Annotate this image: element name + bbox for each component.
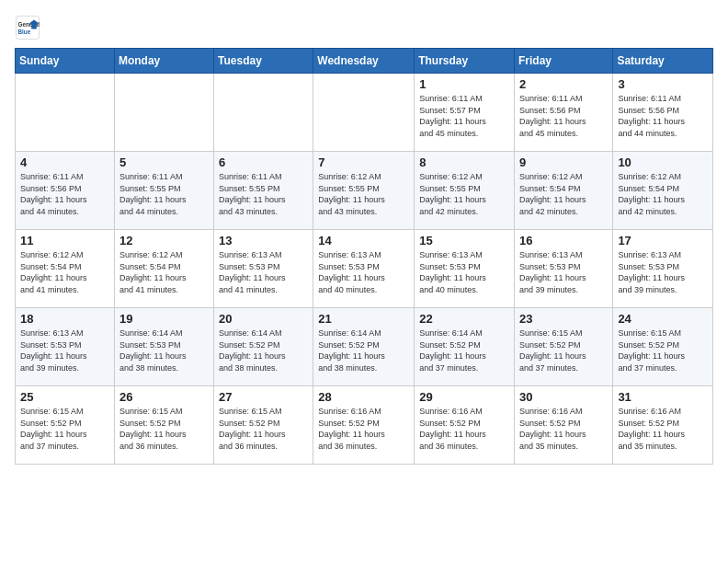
day-cell: 6Sunrise: 6:11 AM Sunset: 5:55 PM Daylig… (214, 152, 313, 230)
day-info: Sunrise: 6:14 AM Sunset: 5:52 PM Dayligh… (318, 327, 409, 373)
day-info: Sunrise: 6:13 AM Sunset: 5:53 PM Dayligh… (20, 327, 109, 373)
day-info: Sunrise: 6:15 AM Sunset: 5:52 PM Dayligh… (618, 327, 708, 373)
day-number: 8 (419, 155, 509, 169)
svg-text:Blue: Blue (18, 29, 31, 35)
day-number: 30 (519, 390, 608, 404)
day-info: Sunrise: 6:12 AM Sunset: 5:55 PM Dayligh… (318, 171, 409, 217)
day-cell: 21Sunrise: 6:14 AM Sunset: 5:52 PM Dayli… (313, 308, 415, 386)
day-cell: 11Sunrise: 6:12 AM Sunset: 5:54 PM Dayli… (16, 230, 115, 308)
day-number: 29 (419, 390, 509, 404)
day-cell: 27Sunrise: 6:15 AM Sunset: 5:52 PM Dayli… (214, 386, 313, 465)
day-info: Sunrise: 6:11 AM Sunset: 5:56 PM Dayligh… (618, 93, 708, 139)
day-info: Sunrise: 6:11 AM Sunset: 5:57 PM Dayligh… (419, 93, 509, 139)
day-cell (114, 74, 213, 152)
day-info: Sunrise: 6:15 AM Sunset: 5:52 PM Dayligh… (219, 406, 308, 452)
day-cell: 10Sunrise: 6:12 AM Sunset: 5:54 PM Dayli… (613, 152, 713, 230)
day-info: Sunrise: 6:12 AM Sunset: 5:54 PM Dayligh… (519, 171, 608, 217)
day-number: 20 (219, 312, 308, 326)
weekday-header-wednesday: Wednesday (313, 49, 415, 74)
day-number: 22 (419, 312, 509, 326)
day-info: Sunrise: 6:15 AM Sunset: 5:52 PM Dayligh… (20, 406, 109, 452)
day-number: 19 (119, 312, 209, 326)
weekday-header-row: SundayMondayTuesdayWednesdayThursdayFrid… (16, 49, 713, 74)
day-number: 12 (119, 234, 209, 247)
day-number: 4 (20, 155, 109, 169)
day-number: 7 (318, 155, 409, 169)
day-info: Sunrise: 6:11 AM Sunset: 5:56 PM Dayligh… (519, 93, 608, 139)
weekday-header-thursday: Thursday (415, 49, 515, 74)
calendar: SundayMondayTuesdayWednesdayThursdayFrid… (15, 48, 713, 465)
day-cell: 23Sunrise: 6:15 AM Sunset: 5:52 PM Dayli… (514, 308, 612, 386)
week-row-4: 18Sunrise: 6:13 AM Sunset: 5:53 PM Dayli… (16, 308, 713, 386)
day-number: 28 (318, 390, 409, 404)
day-number: 23 (519, 312, 608, 326)
day-info: Sunrise: 6:14 AM Sunset: 5:52 PM Dayligh… (419, 327, 509, 373)
day-cell: 13Sunrise: 6:13 AM Sunset: 5:53 PM Dayli… (214, 230, 313, 308)
day-cell: 31Sunrise: 6:16 AM Sunset: 5:52 PM Dayli… (613, 386, 713, 465)
weekday-header-sunday: Sunday (16, 49, 115, 74)
day-number: 14 (318, 234, 409, 247)
day-info: Sunrise: 6:15 AM Sunset: 5:52 PM Dayligh… (519, 327, 608, 373)
day-info: Sunrise: 6:13 AM Sunset: 5:53 PM Dayligh… (318, 249, 409, 295)
day-cell: 16Sunrise: 6:13 AM Sunset: 5:53 PM Dayli… (514, 230, 612, 308)
weekday-header-saturday: Saturday (613, 49, 713, 74)
day-number: 13 (219, 234, 308, 247)
day-cell: 28Sunrise: 6:16 AM Sunset: 5:52 PM Dayli… (313, 386, 415, 465)
day-number: 18 (20, 312, 109, 326)
day-number: 15 (419, 234, 509, 247)
week-row-5: 25Sunrise: 6:15 AM Sunset: 5:52 PM Dayli… (16, 386, 713, 465)
day-cell: 3Sunrise: 6:11 AM Sunset: 5:56 PM Daylig… (613, 74, 713, 152)
logo: General Blue (15, 15, 40, 40)
day-number: 3 (618, 77, 708, 91)
logo-icon: General Blue (15, 15, 40, 40)
weekday-header-tuesday: Tuesday (214, 49, 313, 74)
day-info: Sunrise: 6:11 AM Sunset: 5:56 PM Dayligh… (20, 171, 109, 217)
day-cell: 18Sunrise: 6:13 AM Sunset: 5:53 PM Dayli… (16, 308, 115, 386)
day-number: 10 (618, 155, 708, 169)
day-cell (16, 74, 115, 152)
day-number: 6 (219, 155, 308, 169)
week-row-3: 11Sunrise: 6:12 AM Sunset: 5:54 PM Dayli… (16, 230, 713, 308)
day-info: Sunrise: 6:14 AM Sunset: 5:53 PM Dayligh… (119, 327, 209, 373)
day-number: 27 (219, 390, 308, 404)
day-number: 11 (20, 234, 109, 247)
day-number: 25 (20, 390, 109, 404)
day-cell: 19Sunrise: 6:14 AM Sunset: 5:53 PM Dayli… (114, 308, 213, 386)
day-cell: 4Sunrise: 6:11 AM Sunset: 5:56 PM Daylig… (16, 152, 115, 230)
day-info: Sunrise: 6:13 AM Sunset: 5:53 PM Dayligh… (219, 249, 308, 295)
day-cell: 24Sunrise: 6:15 AM Sunset: 5:52 PM Dayli… (613, 308, 713, 386)
day-cell: 30Sunrise: 6:16 AM Sunset: 5:52 PM Dayli… (514, 386, 612, 465)
day-info: Sunrise: 6:11 AM Sunset: 5:55 PM Dayligh… (219, 171, 308, 217)
day-info: Sunrise: 6:15 AM Sunset: 5:52 PM Dayligh… (119, 406, 209, 452)
day-info: Sunrise: 6:12 AM Sunset: 5:55 PM Dayligh… (419, 171, 509, 217)
day-number: 5 (119, 155, 209, 169)
day-cell: 20Sunrise: 6:14 AM Sunset: 5:52 PM Dayli… (214, 308, 313, 386)
day-cell: 12Sunrise: 6:12 AM Sunset: 5:54 PM Dayli… (114, 230, 213, 308)
weekday-header-friday: Friday (514, 49, 612, 74)
day-cell: 7Sunrise: 6:12 AM Sunset: 5:55 PM Daylig… (313, 152, 415, 230)
day-number: 16 (519, 234, 608, 247)
day-cell: 22Sunrise: 6:14 AM Sunset: 5:52 PM Dayli… (415, 308, 515, 386)
day-info: Sunrise: 6:12 AM Sunset: 5:54 PM Dayligh… (618, 171, 708, 217)
day-number: 21 (318, 312, 409, 326)
day-cell: 14Sunrise: 6:13 AM Sunset: 5:53 PM Dayli… (313, 230, 415, 308)
day-cell: 9Sunrise: 6:12 AM Sunset: 5:54 PM Daylig… (514, 152, 612, 230)
day-number: 24 (618, 312, 708, 326)
day-cell: 5Sunrise: 6:11 AM Sunset: 5:55 PM Daylig… (114, 152, 213, 230)
day-info: Sunrise: 6:16 AM Sunset: 5:52 PM Dayligh… (519, 406, 608, 452)
day-info: Sunrise: 6:16 AM Sunset: 5:52 PM Dayligh… (618, 406, 708, 452)
week-row-2: 4Sunrise: 6:11 AM Sunset: 5:56 PM Daylig… (16, 152, 713, 230)
day-info: Sunrise: 6:13 AM Sunset: 5:53 PM Dayligh… (519, 249, 608, 295)
day-info: Sunrise: 6:12 AM Sunset: 5:54 PM Dayligh… (119, 249, 209, 295)
day-cell: 26Sunrise: 6:15 AM Sunset: 5:52 PM Dayli… (114, 386, 213, 465)
day-cell (313, 74, 415, 152)
day-number: 26 (119, 390, 209, 404)
day-cell: 29Sunrise: 6:16 AM Sunset: 5:52 PM Dayli… (415, 386, 515, 465)
day-number: 17 (618, 234, 708, 247)
week-row-1: 1Sunrise: 6:11 AM Sunset: 5:57 PM Daylig… (16, 74, 713, 152)
day-number: 1 (419, 77, 509, 91)
day-cell: 17Sunrise: 6:13 AM Sunset: 5:53 PM Dayli… (613, 230, 713, 308)
day-info: Sunrise: 6:11 AM Sunset: 5:55 PM Dayligh… (119, 171, 209, 217)
day-number: 2 (519, 77, 608, 91)
header: General Blue (15, 15, 713, 40)
